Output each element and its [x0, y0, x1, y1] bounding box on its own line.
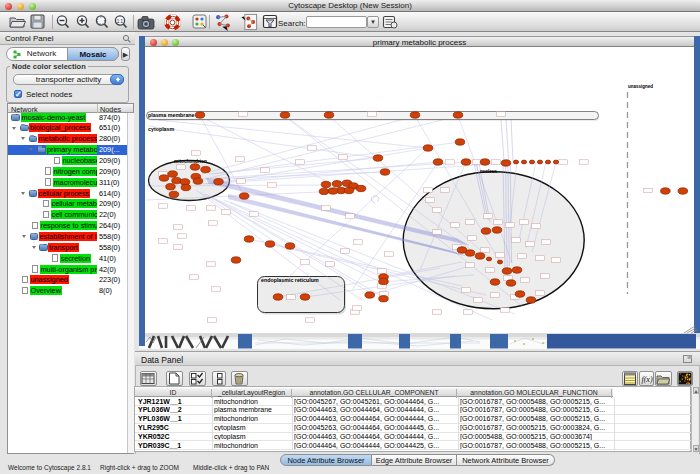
- svg-text:nucleus: nucleus: [480, 169, 498, 174]
- svg-text:cytoplasm: cytoplasm: [148, 126, 174, 132]
- svg-text:unassigned: unassigned: [628, 84, 653, 89]
- svg-text:1:1: 1:1: [117, 19, 124, 24]
- svg-text:f(x): f(x): [641, 375, 652, 384]
- svg-text:mitochondrion: mitochondrion: [174, 159, 207, 164]
- svg-text:endoplasmic reticulum: endoplasmic reticulum: [261, 277, 319, 283]
- svg-text:plasma membrane: plasma membrane: [148, 112, 195, 118]
